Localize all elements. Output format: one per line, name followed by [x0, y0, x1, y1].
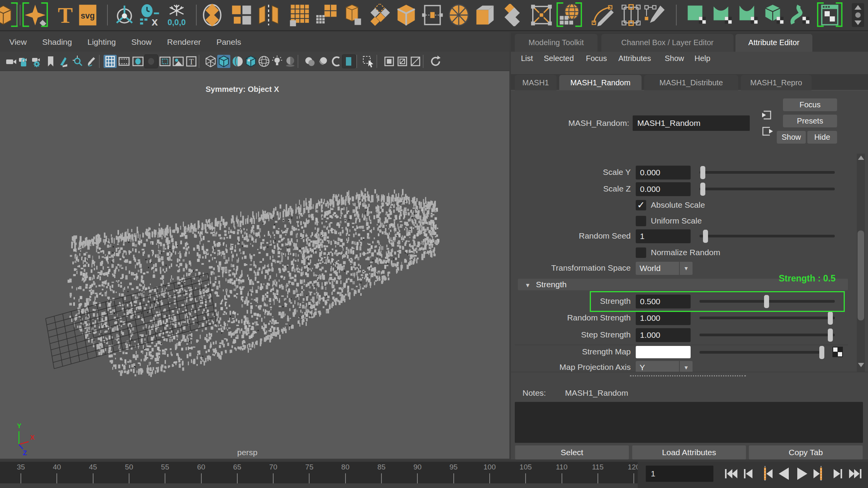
attr-slider-track[interactable] [700, 171, 835, 174]
viewport-menu-lighting[interactable]: Lighting [87, 37, 116, 47]
select-cursor-icon[interactable] [362, 55, 375, 68]
tab-modeling-toolkit[interactable]: Modeling Toolkit [515, 34, 597, 52]
wire-cube-icon[interactable] [204, 55, 217, 68]
attr-value-field[interactable]: 1.000 [636, 328, 691, 342]
go-to-start-button[interactable] [722, 466, 739, 481]
shelf-lattice-tool-button[interactable] [620, 4, 642, 26]
shelf-mash-distribute-button[interactable] [289, 4, 311, 26]
attr-value-field[interactable]: 1.000 [636, 311, 691, 325]
tab-attribute-editor[interactable]: Attribute Editor [735, 34, 812, 52]
shelf-type-tool-button[interactable]: T [54, 4, 77, 26]
panel-menu-attributes[interactable]: Attributes [618, 52, 651, 66]
shelf-mash-random-button[interactable] [558, 4, 580, 26]
wire-sphere-icon[interactable] [257, 55, 271, 68]
panel-menu-help[interactable]: Help [694, 52, 710, 66]
shelf-mash-id-button[interactable] [448, 4, 470, 26]
copy-tab-button[interactable]: Copy Tab [749, 445, 863, 460]
shelf-texture-window-button[interactable] [819, 4, 841, 26]
viewport-menu-show[interactable]: Show [131, 37, 152, 47]
attr-slider-track[interactable] [700, 334, 835, 336]
half-sphere-icon[interactable] [231, 55, 244, 68]
shelf-mash-falloff-button[interactable] [500, 4, 523, 26]
tab-channel-box-layer-editor[interactable]: Channel Box / Layer Editor [601, 34, 734, 52]
attr-slider-handle[interactable] [828, 329, 833, 342]
attr-slider-handle[interactable] [828, 312, 833, 325]
attr-slider-track[interactable] [700, 351, 823, 354]
attr-value-field[interactable]: 0.000 [636, 182, 691, 196]
resolution-gate-icon[interactable] [131, 55, 145, 68]
scrollbar-up-icon[interactable] [858, 156, 864, 160]
wedge-tool-icon[interactable] [57, 55, 70, 68]
text-hud-icon[interactable]: T [185, 55, 198, 68]
dropdown-value[interactable]: World [636, 262, 679, 275]
attr-slider-handle[interactable] [703, 230, 708, 243]
attr-slider-track[interactable] [700, 235, 835, 237]
time-ruler[interactable]: 3540455055606570758085909510010511011512… [0, 462, 638, 483]
mb-ball-icon[interactable] [316, 55, 329, 68]
dropdown-arrow-icon[interactable]: ▼ [680, 361, 693, 372]
shelf-mash-offset-button[interactable] [474, 4, 496, 26]
isolate-a-icon[interactable] [383, 55, 396, 68]
drag-attr-out-icon[interactable] [761, 126, 773, 137]
current-frame-field[interactable]: 1 [646, 466, 713, 482]
shelf-scroll-up-icon[interactable] [854, 5, 861, 10]
shelf-svg-tool-button[interactable]: svg [77, 4, 99, 26]
focus-button[interactable]: Focus [783, 98, 837, 111]
shelf-curve-pen-tool-button[interactable] [591, 4, 614, 26]
checkbox[interactable]: ✓ [636, 200, 646, 210]
presets-button[interactable]: Presets [783, 115, 837, 127]
pan-zoom-icon[interactable] [71, 55, 84, 68]
shelf-texture-plane-button[interactable] [686, 4, 708, 26]
viewport-menu-view[interactable]: View [9, 37, 27, 47]
shelf-mash-swap-grid-button[interactable] [315, 4, 337, 26]
select-button[interactable]: Select [515, 445, 629, 460]
step-forward-frame-button[interactable] [829, 466, 846, 481]
shelf-scroll-down-icon[interactable] [854, 20, 861, 25]
isolate-b-icon[interactable] [396, 55, 409, 68]
shelf-mash-extrude-button[interactable] [342, 4, 364, 26]
gate-mask-icon[interactable] [145, 55, 158, 68]
light-bulb-icon[interactable] [271, 55, 284, 68]
ao-ball-icon[interactable] [303, 55, 316, 68]
shelf-zero-transforms-button[interactable]: 0,0,0 [165, 4, 188, 26]
panel-menu-show[interactable]: Show [665, 52, 684, 66]
drag-attr-in-icon[interactable] [761, 110, 773, 120]
dropdown-arrow-icon[interactable]: ▼ [680, 262, 693, 275]
viewport-canvas[interactable]: Symmetry: Object X YXZ persp [0, 71, 509, 459]
teal-plane-icon[interactable] [342, 55, 356, 68]
shelf-mash-replicator-button[interactable] [421, 4, 444, 26]
node-tab-mash1_repro[interactable]: MASH1_Repro [741, 75, 812, 90]
shelf-scroll-dot-icon[interactable] [855, 12, 861, 18]
shelf-edit-pen-tool-button[interactable] [643, 4, 665, 26]
attr-value-field[interactable]: 0.000 [636, 166, 691, 180]
splitter-handle[interactable] [630, 375, 746, 376]
shelf-texture-cube-button[interactable] [764, 4, 786, 26]
step-back-frame-button[interactable] [740, 466, 757, 481]
image-plane-icon[interactable] [172, 55, 185, 68]
checkbox[interactable] [636, 247, 646, 258]
shaded-cube-icon[interactable] [217, 55, 230, 68]
camera-gear-icon[interactable] [31, 55, 44, 68]
shelf-texture-curve-v-button[interactable] [738, 4, 760, 26]
c-curve-icon[interactable] [329, 55, 342, 68]
step-back-key-button[interactable] [758, 466, 775, 481]
shelf-polygon-gem-button[interactable] [0, 4, 16, 26]
scrollbar-thumb[interactable] [858, 230, 864, 320]
film-gate-icon[interactable] [117, 55, 131, 68]
attr-slider-track[interactable] [700, 317, 835, 319]
shelf-mash-network-button[interactable] [201, 4, 223, 26]
isolate-c-icon[interactable] [409, 55, 422, 68]
camera-lock-icon[interactable] [18, 55, 31, 68]
shelf-sparkle-star-button[interactable] [24, 4, 46, 26]
camera-icon[interactable] [5, 55, 18, 68]
shelf-time-editor-button[interactable]: x [138, 4, 161, 26]
attr-slider-handle[interactable] [700, 183, 705, 196]
map-swatch[interactable] [636, 346, 691, 358]
panel-menu-selected[interactable]: Selected [544, 52, 574, 66]
show-button[interactable]: Show [777, 131, 806, 144]
attr-slider-track[interactable] [700, 188, 835, 190]
hide-button[interactable]: Hide [807, 131, 837, 144]
map-checker-button[interactable] [832, 347, 843, 357]
node-tab-mash1_random[interactable]: MASH1_Random [559, 75, 642, 90]
shelf-scroll-widget[interactable] [852, 3, 864, 27]
